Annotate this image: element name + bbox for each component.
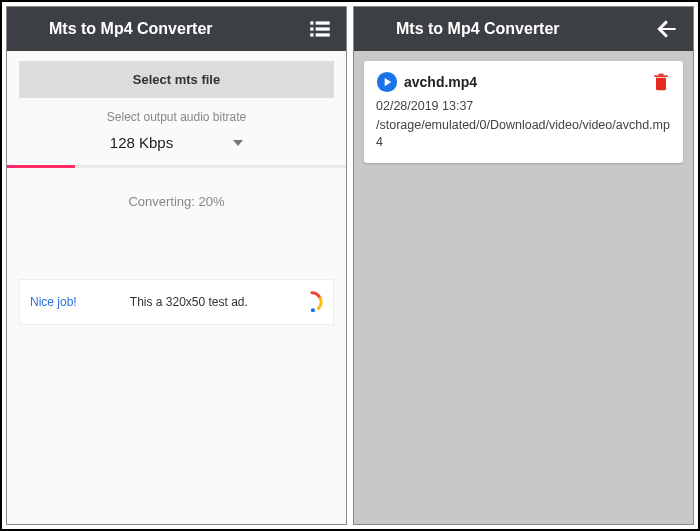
file-card: avchd.mp4 02/28/2019 13:37 /storage/emul… xyxy=(364,61,683,163)
svg-rect-1 xyxy=(316,21,330,24)
ad-banner[interactable]: Nice job! This a 320x50 test ad. xyxy=(19,279,334,325)
svg-rect-2 xyxy=(310,27,313,30)
content-left: Select mts file Select output audio bitr… xyxy=(7,51,346,524)
ad-logo-icon xyxy=(301,291,323,313)
file-name: avchd.mp4 xyxy=(404,74,645,90)
header-left: Mts to Mp4 Converter xyxy=(7,7,346,51)
svg-rect-0 xyxy=(310,21,313,24)
file-path: /storage/emulated/0/Download/video/video… xyxy=(376,117,671,151)
app-title: Mts to Mp4 Converter xyxy=(19,20,306,38)
app-title: Mts to Mp4 Converter xyxy=(366,20,653,38)
bitrate-dropdown[interactable]: 128 Kbps xyxy=(19,134,334,161)
svg-rect-5 xyxy=(316,33,330,36)
header-right: Mts to Mp4 Converter xyxy=(354,7,693,51)
chevron-down-icon xyxy=(233,140,243,146)
progress-bar xyxy=(7,165,346,168)
play-icon[interactable] xyxy=(376,71,398,93)
svg-rect-3 xyxy=(316,27,330,30)
svg-rect-4 xyxy=(310,33,313,36)
trash-icon[interactable] xyxy=(651,71,671,93)
screen-files: Mts to Mp4 Converter avchd.mp4 xyxy=(353,6,694,525)
file-date: 02/28/2019 13:37 xyxy=(376,99,671,113)
ad-text: This a 320x50 test ad. xyxy=(93,295,285,309)
converting-status: Converting: 20% xyxy=(19,194,334,209)
back-icon[interactable] xyxy=(653,15,681,43)
file-row: avchd.mp4 xyxy=(376,71,671,93)
list-icon[interactable] xyxy=(306,15,334,43)
bitrate-label: Select output audio bitrate xyxy=(19,110,334,124)
svg-point-6 xyxy=(311,308,315,312)
screen-main: Mts to Mp4 Converter Select mts file Sel… xyxy=(6,6,347,525)
bitrate-value: 128 Kbps xyxy=(110,134,173,151)
select-file-button[interactable]: Select mts file xyxy=(19,61,334,98)
progress-fill xyxy=(7,165,75,168)
ad-nice-label: Nice job! xyxy=(30,295,77,309)
